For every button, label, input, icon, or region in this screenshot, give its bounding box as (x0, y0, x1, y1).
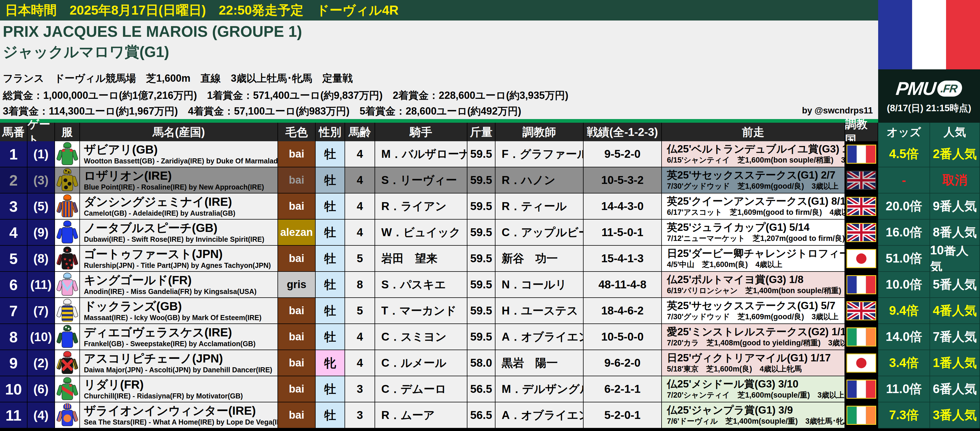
silks-icon (55, 272, 80, 298)
prize-money-line2: 3着賞金：114,300ユーロ(約1,967万円) 4着賞金：57,100ユーロ… (3, 104, 521, 118)
horse-name-cell: ディエゴヴェラスケス(IRE)Frankel(GB) - Sweepstake(… (80, 324, 278, 350)
coat-color: alezan (278, 220, 316, 246)
trainer-name: H．ユーステス (495, 298, 584, 324)
race-title-en: PRIX JACQUES LE MAROIS (GROUPE 1) (3, 22, 302, 40)
sex: 牝 (316, 350, 345, 376)
trainer-name: M．デルザングル (495, 376, 584, 402)
column-header-3: 馬名(産国) (80, 123, 278, 141)
silks-icon (55, 402, 80, 428)
gate-number: (2) (27, 350, 55, 376)
sex: 牡 (316, 402, 345, 428)
horse-row-7: 7(7)ドックランズ(GB)Massaat(IRE) - Icky Woo(GB… (0, 298, 980, 324)
gate-number: (4) (27, 402, 55, 428)
jockey-name: C．デムーロ (375, 376, 468, 402)
sex: 牡 (316, 141, 345, 168)
horse-name: ザライオンインウィンター(IRE) (84, 404, 256, 418)
horse-row-6: 6(11)キングゴールド(FR)Anodin(IRE) - Miss Gande… (0, 272, 980, 298)
gb-flag-icon (846, 171, 876, 190)
coat-color: bai (278, 168, 316, 193)
odds-value: 16.0倍 (878, 220, 930, 246)
horse-name-cell: ダンシングジェミナイ(IRE)Camelot(GB) - Adelaide(IR… (80, 193, 278, 220)
last-race: 日25'ヴィクトリアマイル(G1) 1/17 (667, 352, 831, 364)
gb-flag-icon (846, 223, 876, 242)
trainer-name: R．ティール (495, 193, 584, 220)
jockey-name: S．リーヴィー (375, 168, 468, 193)
age: 4 (345, 220, 375, 246)
horse-number: 10 (0, 376, 27, 402)
jockey-name: R．ライアン (375, 193, 468, 220)
horse-name: ロザリオン(IRE) (84, 169, 172, 182)
jockey-name: C．スミヨン (375, 324, 468, 350)
last-race: 英25'サセックスステークス(G1) 5/7 (667, 300, 835, 312)
training-country-flag-icon (845, 376, 878, 402)
jockey-name: W．ビュイック (375, 220, 468, 246)
horse-row-5: 5(8)★★★★★★ゴートゥファースト(JPN)Rulership(JPN) -… (0, 246, 980, 272)
jockey-name: C．ルメール (375, 350, 468, 376)
horse-name-cell: アスコリピチェーノ(JPN)Daiwa Major(JPN) - Ascolti… (80, 350, 278, 376)
france-flag-icon (878, 0, 980, 69)
carried-weight: 58.0 (468, 350, 495, 376)
horse-name: ノータブルスピーチ(GB) (84, 221, 218, 235)
popularity-rank: 取消 (930, 168, 980, 193)
race-conditions: フランス ドーヴィル競馬場 芝1,600m 直線 3歳以上牡馬･牝馬 定量戦 (3, 72, 353, 85)
gate-number: (1) (27, 141, 55, 168)
pedigree: Dubawi(IRE) - Swift Rose(IRE) by Invinci… (84, 235, 264, 243)
career-record: 9-5-2-0 (584, 141, 662, 168)
horse-number: 5 (0, 246, 27, 272)
silks-icon (55, 298, 80, 324)
sex: 牡 (316, 298, 345, 324)
pedigree: Anodin(IRE) - Miss Gandelia(FR) by Kings… (84, 287, 256, 296)
jockey-name: 岩田 望来 (375, 246, 468, 272)
silks-icon (55, 220, 80, 246)
horse-number: 11 (0, 402, 27, 428)
career-record: 10-5-3-2 (584, 168, 662, 193)
jockey-name: R．ムーア (375, 402, 468, 428)
carried-weight: 56.5 (468, 376, 495, 402)
column-header-13: オッズ (878, 123, 930, 141)
last-race-cell: 仏25'ベルトランデュブルイユ賞(G3) 1/96/15'シャンティイ 芝1,6… (662, 141, 845, 168)
sex: 牡 (316, 168, 345, 193)
horse-name: ダンシングジェミナイ(IRE) (84, 195, 232, 209)
career-record: 5-2-0-1 (584, 402, 662, 428)
horse-row-4: 4(9)ノータブルスピーチ(GB)Dubawi(IRE) - Swift Ros… (0, 220, 980, 246)
prize-money-line1: 総賞金：1,000,000ユーロ(約1億7,216万円) 1着賞金：571,40… (3, 89, 568, 102)
last-race-cell: 仏25'ポルトマイヨ賞(G3) 1/86/19'パリロンシャン 芝1,400m(… (662, 272, 845, 298)
last-race-note: 6/19'パリロンシャン 芝1,400m(bon souple/稍重) 3歳以上 (667, 286, 845, 296)
pedigree: Sea The Stars(IRE) - What A Home(IRE) by… (84, 418, 278, 426)
career-record: 15-4-1-3 (584, 246, 662, 272)
age: 3 (345, 376, 375, 402)
horse-number: 9 (0, 350, 27, 376)
age: 5 (345, 298, 375, 324)
horse-name: ザビアリ(GB) (84, 143, 158, 156)
fr-flag-icon (846, 380, 876, 399)
column-header-5: 性別 (316, 123, 345, 141)
last-race-cell: 日25'ヴィクトリアマイル(G1) 1/175/18'東京 芝1,600m(良)… (662, 350, 845, 376)
column-header-11: 前走 (662, 123, 845, 141)
last-race-note: 7/20'シャンティイ 芝1,600m(souple/重) 3歳以上 (667, 391, 845, 400)
training-country-flag-icon (845, 350, 878, 376)
credit: by @swcndrps11 (802, 105, 873, 116)
odds-value: 11.0倍 (878, 376, 930, 402)
horse-name: キングゴールド(FR) (84, 273, 192, 287)
career-record: 9-6-2-0 (584, 350, 662, 376)
gate-number: (11) (27, 272, 55, 298)
horse-number: 8 (0, 324, 27, 350)
coat-color: bai (278, 246, 316, 272)
pmu-panel: PMU .FR (8/17(日) 21:15時点) (878, 69, 980, 123)
race-title-jp: ジャックルマロワ賞(G1) (3, 42, 169, 62)
pmu-logo-text: PMU (895, 78, 937, 99)
training-country-flag-icon (845, 272, 878, 298)
silks-icon (55, 376, 80, 402)
odds-value: 7.3倍 (878, 402, 930, 428)
column-header-0: 馬番 (0, 123, 27, 141)
last-race: 仏25'ベルトランデュブルイユ賞(G3) 1/9 (667, 143, 845, 155)
horse-name-cell: リダリ(FR)Churchill(IRE) - Ridasiyna(FR) by… (80, 376, 278, 402)
popularity-rank: 2番人気 (930, 141, 980, 168)
sex: 牡 (316, 246, 345, 272)
popularity-rank: 5番人気 (930, 272, 980, 298)
carried-weight: 56.5 (468, 402, 495, 428)
race-card-page: 日本時間 2025年8月17日(日曜日) 22:50発走予定 ドーヴィル4R P… (0, 0, 980, 431)
jp-flag-icon (846, 353, 876, 373)
training-country-flag-icon (845, 193, 878, 220)
horse-row-9: 9(2)アスコリピチェーノ(JPN)Daiwa Major(JPN) - Asc… (0, 350, 980, 376)
